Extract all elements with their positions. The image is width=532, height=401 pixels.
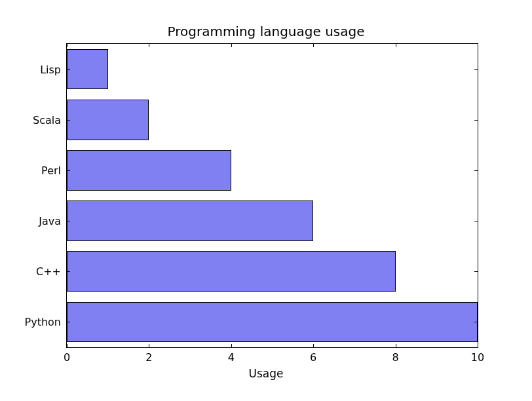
tick-mark: [474, 322, 478, 322]
bar: [67, 49, 108, 90]
tick-mark: [67, 344, 67, 347]
tick-mark: [474, 221, 478, 221]
plot-area: [66, 43, 478, 348]
tick-mark: [231, 44, 232, 47]
tick-mark: [67, 271, 70, 272]
tick-mark: [396, 44, 396, 47]
tick-mark: [67, 170, 70, 171]
tick-mark: [67, 322, 70, 322]
x-tick-label: 8: [392, 351, 399, 364]
tick-mark: [478, 344, 478, 347]
x-tick-label: 6: [310, 351, 316, 364]
tick-mark: [313, 44, 314, 47]
tick-mark: [474, 170, 478, 171]
bar: [67, 251, 396, 292]
tick-mark: [474, 120, 478, 121]
bar: [67, 200, 313, 241]
figure: Programming language usage Usage PythonC…: [0, 0, 532, 401]
tick-mark: [67, 120, 70, 121]
y-tick-label: Lisp: [40, 63, 61, 75]
tick-mark: [396, 344, 396, 347]
x-tick-label: 10: [471, 351, 484, 364]
tick-mark: [231, 344, 232, 347]
tick-mark: [149, 44, 149, 47]
tick-mark: [478, 44, 478, 47]
tick-mark: [474, 271, 478, 272]
bar: [67, 150, 231, 191]
y-tick-label: Scala: [33, 113, 61, 126]
x-axis-label: Usage: [0, 367, 532, 380]
x-tick-label: 2: [145, 351, 152, 364]
tick-mark: [67, 221, 70, 221]
bar: [67, 302, 478, 343]
y-tick-label: Perl: [41, 164, 61, 176]
y-tick-label: Python: [25, 316, 61, 328]
chart-title: Programming language usage: [0, 24, 532, 39]
bar: [67, 100, 149, 140]
x-tick-label: 0: [64, 351, 70, 364]
tick-mark: [313, 344, 314, 347]
tick-mark: [67, 44, 67, 47]
tick-mark: [67, 69, 70, 70]
tick-mark: [474, 69, 478, 70]
x-tick-label: 4: [228, 351, 235, 364]
y-tick-label: C++: [36, 265, 61, 278]
tick-mark: [149, 344, 149, 347]
y-tick-label: Java: [39, 215, 61, 227]
